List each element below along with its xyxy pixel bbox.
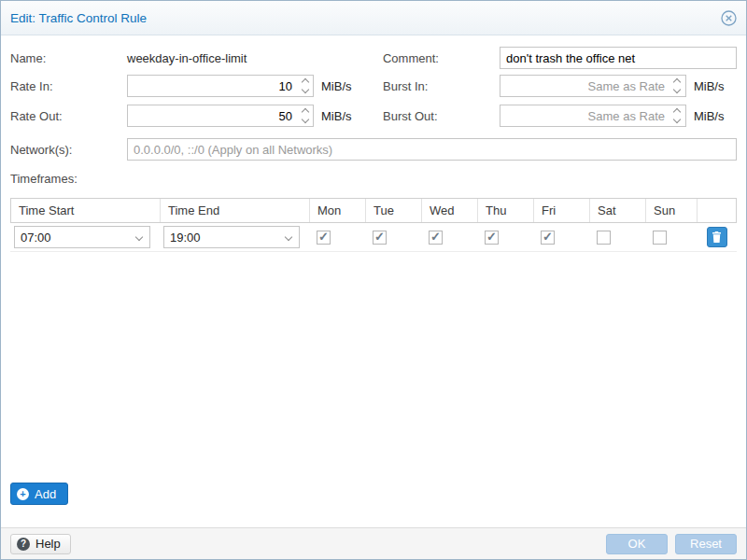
burst-out-input[interactable] [500, 105, 686, 127]
wed-cell [421, 231, 477, 245]
trash-icon [712, 231, 722, 243]
dialog-titlebar: Edit: Traffic Control Rule [1, 1, 746, 35]
rate-in-field-group: Rate In: MiB/s [10, 75, 374, 97]
rate-in-field [127, 75, 314, 97]
rate-out-input[interactable] [127, 105, 314, 127]
burst-out-label: Burst Out: [383, 109, 500, 123]
sat-cell [589, 231, 645, 245]
time-end-value: 19:00 [170, 231, 201, 245]
checkbox-fri[interactable] [541, 231, 555, 245]
burst-out-spinner[interactable] [669, 105, 685, 126]
question-circle-icon [17, 538, 30, 551]
row-networks: Network(s): [10, 138, 737, 161]
rate-out-spinner[interactable] [297, 105, 313, 126]
checkbox-sat[interactable] [597, 231, 611, 245]
time-start-value: 07:00 [21, 231, 51, 245]
burst-in-spinner[interactable] [669, 76, 685, 96]
dialog-footer: Help OK Reset [1, 527, 746, 559]
comment-label: Comment: [383, 51, 500, 65]
column-header-actions [698, 199, 736, 222]
column-header-wed[interactable]: Wed [422, 199, 478, 222]
timeframes-grid: Time Start Time End Mon Tue Wed Thu Fri … [10, 198, 737, 505]
rate-out-unit: MiB/s [321, 109, 352, 123]
help-button[interactable]: Help [10, 534, 71, 554]
name-value: weekday-in-office-limit [127, 51, 247, 65]
comment-input[interactable] [500, 47, 737, 69]
row-rate-out: Rate Out: MiB/s Burst Out: [10, 105, 737, 127]
networks-label: Network(s): [10, 143, 127, 157]
name-field-group: Name: weekday-in-office-limit [10, 51, 374, 65]
row-rate-in: Rate In: MiB/s Burst In: [10, 75, 737, 97]
name-label: Name: [10, 51, 127, 65]
chevron-down-icon [285, 233, 292, 241]
networks-input[interactable] [127, 138, 737, 161]
rate-in-label: Rate In: [10, 79, 127, 93]
dialog-body: Name: weekday-in-office-limit Comment: R… [1, 35, 746, 527]
burst-in-field [500, 75, 686, 97]
thu-cell [477, 231, 533, 245]
reset-button[interactable]: Reset [675, 534, 737, 554]
column-header-sat[interactable]: Sat [590, 199, 646, 222]
tue-cell [365, 231, 421, 245]
grid-header: Time Start Time End Mon Tue Wed Thu Fri … [10, 198, 737, 223]
rate-out-label: Rate Out: [10, 109, 127, 123]
checkbox-tue[interactable] [373, 231, 387, 245]
checkbox-sun[interactable] [653, 231, 667, 245]
column-header-fri[interactable]: Fri [534, 199, 590, 222]
comment-field-group: Comment: [374, 47, 737, 69]
spinner-down-icon[interactable] [673, 86, 681, 93]
actions-cell [697, 227, 737, 247]
timeframes-label: Timeframes: [10, 172, 737, 187]
rate-in-spinner[interactable] [297, 76, 313, 96]
mon-cell [309, 231, 365, 245]
dialog-title: Edit: Traffic Control Rule [10, 11, 147, 25]
ok-button[interactable]: OK [606, 534, 668, 554]
spinner-down-icon[interactable] [673, 116, 681, 123]
burst-in-field-group: Burst In: MiB/s [374, 75, 737, 97]
fri-cell [533, 231, 589, 245]
column-header-mon[interactable]: Mon [310, 199, 366, 222]
column-header-thu[interactable]: Thu [478, 199, 534, 222]
help-button-label: Help [35, 537, 61, 551]
rate-in-unit: MiB/s [321, 79, 352, 93]
rate-out-field [127, 105, 314, 127]
delete-row-button[interactable] [707, 227, 727, 247]
sun-cell [645, 231, 697, 245]
time-start-combo[interactable]: 07:00 [14, 226, 150, 248]
chevron-down-icon [135, 233, 143, 241]
spinner-down-icon[interactable] [301, 116, 308, 123]
rate-out-field-group: Rate Out: MiB/s [10, 105, 374, 127]
column-header-time-end[interactable]: Time End [161, 199, 310, 222]
edit-traffic-control-rule-dialog: Edit: Traffic Control Rule Name: weekday… [0, 0, 747, 560]
column-header-tue[interactable]: Tue [366, 199, 422, 222]
grid-empty-area [10, 252, 737, 475]
checkbox-thu[interactable] [485, 231, 499, 245]
spinner-up-icon[interactable] [673, 108, 681, 116]
add-button[interactable]: Add [10, 483, 68, 505]
burst-out-unit: MiB/s [694, 109, 725, 123]
plus-icon [17, 488, 29, 500]
row-name-comment: Name: weekday-in-office-limit Comment: [10, 47, 737, 69]
burst-out-field [500, 105, 686, 127]
burst-in-input[interactable] [500, 75, 686, 97]
burst-in-unit: MiB/s [694, 79, 725, 93]
checkbox-wed[interactable] [429, 231, 443, 245]
close-icon[interactable] [720, 9, 737, 26]
burst-in-label: Burst In: [383, 79, 500, 93]
time-end-cell: 19:00 [160, 226, 309, 248]
burst-out-field-group: Burst Out: MiB/s [374, 105, 737, 127]
add-button-label: Add [35, 487, 56, 501]
column-header-sun[interactable]: Sun [646, 199, 698, 222]
spinner-up-icon[interactable] [673, 78, 681, 86]
column-header-time-start[interactable]: Time Start [11, 199, 161, 222]
time-start-cell: 07:00 [10, 226, 160, 248]
checkbox-mon[interactable] [317, 231, 331, 245]
rate-in-input[interactable] [127, 75, 314, 97]
time-end-combo[interactable]: 19:00 [163, 226, 300, 248]
spinner-down-icon[interactable] [301, 86, 308, 93]
timeframe-row: 07:00 19:00 [10, 223, 737, 252]
